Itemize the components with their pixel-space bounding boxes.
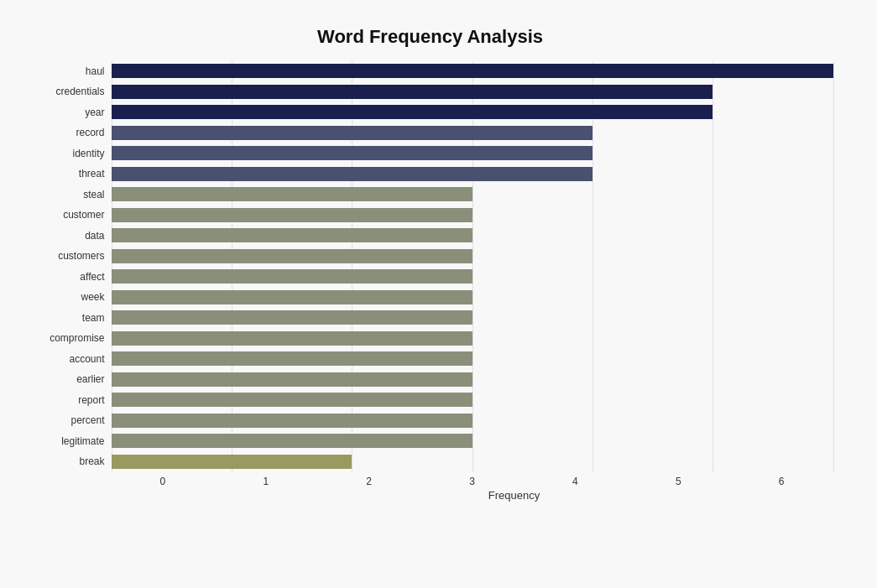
y-label: record bbox=[76, 122, 104, 143]
x-tick-label: 6 bbox=[730, 476, 833, 487]
bar bbox=[112, 146, 592, 160]
y-label: compromise bbox=[50, 328, 104, 349]
chart-area: haulcredentialsyearrecordidentitythreats… bbox=[28, 61, 833, 472]
bar bbox=[112, 331, 472, 346]
y-labels: haulcredentialsyearrecordidentitythreats… bbox=[28, 61, 112, 472]
y-label: percent bbox=[70, 410, 104, 431]
y-label: affect bbox=[80, 267, 104, 288]
x-tick-label: 0 bbox=[112, 476, 215, 487]
bar-row bbox=[112, 185, 833, 206]
y-label: credentials bbox=[55, 81, 104, 102]
bar bbox=[112, 351, 472, 366]
bar-row bbox=[112, 61, 833, 82]
y-label: legitimate bbox=[61, 431, 104, 452]
bar bbox=[112, 393, 472, 407]
bar bbox=[112, 434, 472, 448]
bar-row bbox=[112, 164, 833, 185]
bar bbox=[112, 187, 472, 201]
y-label: threat bbox=[79, 164, 105, 185]
x-tick-label: 4 bbox=[524, 476, 627, 487]
bar-row bbox=[112, 328, 833, 349]
bar bbox=[112, 455, 352, 469]
x-tick-label: 3 bbox=[420, 476, 524, 487]
chart-container: Word Frequency Analysis haulcredentialsy… bbox=[19, 9, 859, 580]
bar-row bbox=[112, 287, 833, 308]
x-tick-label: 2 bbox=[317, 476, 420, 487]
bar bbox=[112, 85, 713, 99]
bar bbox=[112, 64, 833, 78]
y-label: steal bbox=[83, 185, 104, 206]
bar-row bbox=[112, 390, 833, 411]
bar-row bbox=[112, 369, 833, 390]
bar-row bbox=[112, 410, 833, 431]
y-label: team bbox=[82, 308, 105, 329]
bar-row bbox=[112, 81, 833, 102]
bar bbox=[112, 228, 472, 242]
bar-row bbox=[112, 349, 833, 370]
y-label: report bbox=[78, 390, 104, 411]
y-label: haul bbox=[86, 61, 105, 82]
bar bbox=[112, 167, 592, 181]
bar bbox=[112, 372, 472, 387]
y-label: earlier bbox=[76, 369, 104, 390]
y-label: week bbox=[81, 287, 104, 308]
bar-row bbox=[112, 431, 833, 452]
x-tick-label: 1 bbox=[214, 476, 317, 487]
bars-area bbox=[112, 61, 833, 472]
y-label: data bbox=[85, 226, 104, 247]
y-label: customer bbox=[63, 205, 104, 226]
x-axis-label: Frequency bbox=[112, 489, 833, 502]
y-label: break bbox=[79, 451, 104, 472]
bar-row bbox=[112, 122, 833, 143]
chart-title: Word Frequency Analysis bbox=[28, 26, 833, 48]
bar bbox=[112, 290, 472, 304]
y-label: account bbox=[69, 349, 104, 370]
bar-row bbox=[112, 226, 833, 247]
bar-row bbox=[112, 102, 833, 123]
bar bbox=[112, 310, 472, 325]
bar bbox=[112, 269, 472, 284]
bar-row bbox=[112, 143, 833, 164]
bar-row bbox=[112, 267, 833, 288]
bar bbox=[112, 208, 472, 222]
y-label: customers bbox=[58, 246, 104, 267]
bar-row bbox=[112, 246, 833, 267]
bar bbox=[112, 105, 713, 119]
bar-row bbox=[112, 205, 833, 226]
y-label: identity bbox=[72, 143, 104, 164]
y-label: year bbox=[85, 102, 104, 123]
bar bbox=[112, 414, 472, 428]
bar-row bbox=[112, 451, 833, 472]
bar bbox=[112, 126, 592, 140]
x-tick-label: 5 bbox=[627, 476, 730, 487]
bar-row bbox=[112, 308, 833, 329]
bar bbox=[112, 249, 472, 263]
